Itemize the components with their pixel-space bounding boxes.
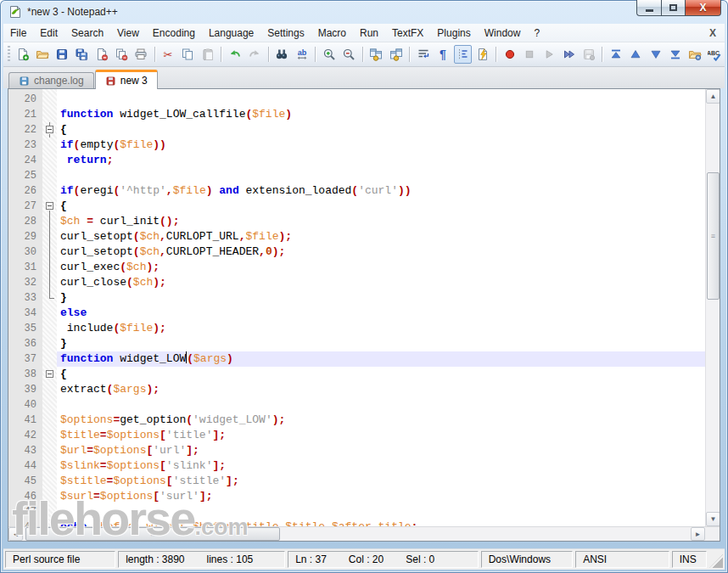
- word-wrap-button[interactable]: [414, 45, 432, 64]
- tab-change-log[interactable]: change.log: [8, 72, 94, 88]
- horizontal-scrollbar[interactable]: ◄ ≡ ►: [8, 527, 705, 541]
- scroll-up-button[interactable]: ▲: [706, 89, 720, 104]
- print-button[interactable]: [132, 45, 149, 64]
- new-file-button[interactable]: [14, 45, 31, 64]
- code-line[interactable]: $slink=$options['slink'];: [57, 458, 705, 474]
- replace-button[interactable]: ab: [293, 45, 311, 64]
- code-line[interactable]: extract($args);: [57, 382, 705, 397]
- open-containing-folder-button[interactable]: [686, 45, 703, 64]
- code-line-current[interactable]: function widget_LOW($args): [57, 351, 705, 367]
- code-line[interactable]: curl_setopt($ch,CURLOPT_HEADER,0);: [57, 244, 705, 260]
- go-down-button[interactable]: [647, 45, 664, 64]
- define-language-button[interactable]: [473, 45, 491, 64]
- paste-button[interactable]: [199, 45, 216, 64]
- fold-collapse-box[interactable]: [46, 126, 53, 133]
- scroll-left-button[interactable]: ◄: [8, 527, 23, 541]
- code-line[interactable]: }: [57, 290, 705, 306]
- code-line[interactable]: {: [57, 199, 705, 214]
- macro-play-button[interactable]: [540, 45, 558, 64]
- scroll-down-button[interactable]: ▼: [706, 512, 720, 526]
- code-line[interactable]: return;: [57, 153, 705, 168]
- fold-margin-cell: [42, 443, 57, 458]
- code-line[interactable]: $surl=$options['surl'];: [57, 489, 705, 504]
- menu-item-edit[interactable]: Edit: [33, 25, 64, 42]
- menu-item-view[interactable]: View: [110, 25, 146, 42]
- maximize-button[interactable]: [661, 0, 685, 16]
- code-line[interactable]: curl_exec($ch);: [57, 260, 705, 275]
- go-top-button[interactable]: [607, 45, 624, 64]
- menu-item-search[interactable]: Search: [64, 25, 110, 42]
- code-line[interactable]: $stitle=$options['stitle'];: [57, 474, 705, 489]
- resize-grip[interactable]: [709, 554, 723, 568]
- fold-collapse-box[interactable]: [46, 202, 53, 210]
- fold-margin-cell: [42, 520, 57, 526]
- code-line[interactable]: include($file);: [57, 321, 705, 336]
- code-line[interactable]: [57, 397, 705, 413]
- fold-marker[interactable]: [42, 367, 57, 382]
- close-file-button[interactable]: [92, 45, 110, 64]
- horizontal-scroll-thumb[interactable]: ≡: [25, 527, 280, 541]
- menu-item-window[interactable]: Window: [478, 25, 528, 42]
- menu-item-plugins[interactable]: Plugins: [430, 25, 477, 42]
- menu-item-run[interactable]: Run: [353, 25, 385, 42]
- code-line[interactable]: [57, 504, 705, 520]
- code-line[interactable]: if(empty($file)): [57, 138, 705, 153]
- undo-button[interactable]: [226, 45, 244, 64]
- close-all-button[interactable]: [112, 45, 130, 64]
- sync-vertical-button[interactable]: [367, 45, 385, 64]
- find-button[interactable]: [273, 45, 291, 64]
- menu-item-encoding[interactable]: Encoding: [146, 25, 202, 42]
- code-line[interactable]: if(eregi('^http',$file) and extension_lo…: [57, 183, 705, 199]
- zoom-in-button[interactable]: [320, 45, 338, 64]
- go-up-button[interactable]: [627, 45, 645, 64]
- code-line[interactable]: curl_close($ch);: [57, 275, 705, 290]
- go-bottom-button[interactable]: [666, 45, 684, 64]
- code-line[interactable]: curl_setopt($ch,CURLOPT_URL,$file);: [57, 229, 705, 244]
- scroll-right-button[interactable]: ►: [691, 527, 705, 541]
- code-line[interactable]: {: [57, 367, 705, 382]
- menu-item--[interactable]: ?: [527, 25, 546, 42]
- macro-stop-button[interactable]: [520, 45, 538, 64]
- code-line[interactable]: [57, 168, 705, 183]
- fold-collapse-box[interactable]: [46, 370, 53, 378]
- macro-run-multiple-button[interactable]: [560, 45, 578, 64]
- macro-save-button[interactable]: [580, 45, 597, 64]
- menu-item-language[interactable]: Language: [202, 25, 260, 42]
- minimize-button[interactable]: [636, 0, 661, 16]
- vertical-scroll-thumb[interactable]: ≡: [707, 172, 720, 300]
- show-indent-guide-button[interactable]: [454, 45, 472, 64]
- vertical-scrollbar[interactable]: ▲ ≡ ▼: [705, 89, 720, 526]
- title-bar[interactable]: *new 3 - Notepad++ X: [0, 0, 728, 24]
- code-line[interactable]: $title=$options['title'];: [57, 428, 705, 443]
- save-file-button[interactable]: [53, 45, 70, 64]
- code-line[interactable]: }: [57, 336, 705, 351]
- code-line[interactable]: $options=get_option('widget_LOW');: [57, 413, 705, 428]
- spell-check-button[interactable]: ABC: [706, 45, 724, 64]
- code-line[interactable]: [57, 92, 705, 107]
- sync-horizontal-button[interactable]: [387, 45, 405, 64]
- code-area[interactable]: function widget_LOW_callfile($file){if(e…: [57, 89, 705, 526]
- menu-item-file[interactable]: File: [3, 25, 33, 42]
- code-line[interactable]: echo $before_widget.$before_title.$title…: [57, 520, 705, 526]
- code-line[interactable]: function widget_LOW_callfile($file): [57, 107, 705, 122]
- code-line[interactable]: else: [57, 306, 705, 321]
- tab-new-3[interactable]: new 3: [95, 70, 158, 89]
- menubar-close-document-button[interactable]: X: [701, 27, 725, 39]
- fold-marker[interactable]: [42, 122, 57, 138]
- macro-record-button[interactable]: [501, 45, 518, 64]
- cut-button[interactable]: ✂: [160, 45, 177, 64]
- save-all-button[interactable]: [73, 45, 91, 64]
- fold-marker[interactable]: [42, 199, 57, 214]
- show-all-characters-button[interactable]: ¶: [434, 45, 451, 64]
- zoom-out-button[interactable]: [340, 45, 358, 64]
- code-line[interactable]: {: [57, 122, 705, 138]
- menu-item-macro[interactable]: Macro: [311, 25, 353, 42]
- open-file-button[interactable]: [33, 45, 51, 64]
- code-line[interactable]: $url=$options['url'];: [57, 443, 705, 458]
- close-button[interactable]: X: [685, 0, 721, 16]
- redo-button[interactable]: [246, 45, 264, 64]
- menu-item-settings[interactable]: Settings: [260, 25, 311, 42]
- menu-item-textfx[interactable]: TextFX: [385, 25, 430, 42]
- copy-button[interactable]: [179, 45, 197, 64]
- code-line[interactable]: $ch = curl_init();: [57, 214, 705, 229]
